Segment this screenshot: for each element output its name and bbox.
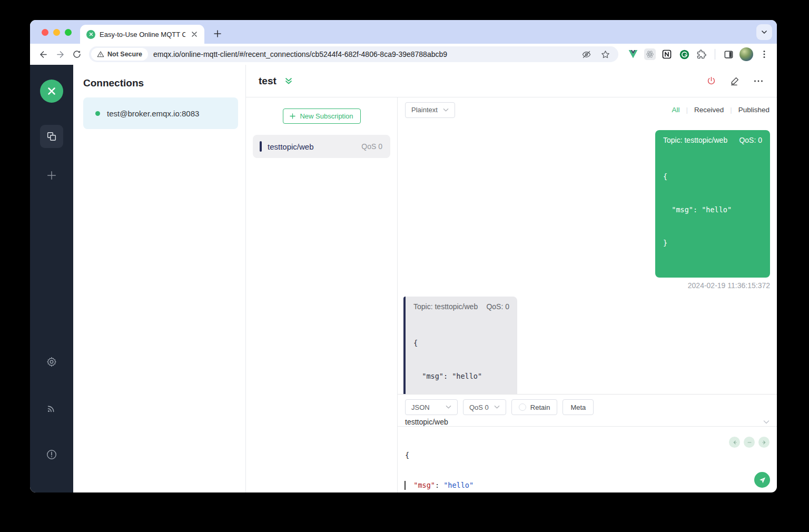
chevron-down-icon [446,405,451,409]
security-chip[interactable]: Not Secure [91,48,148,61]
publish-topic-input[interactable]: testtopic/web [398,418,777,427]
plus-icon [290,113,295,119]
new-tab-button[interactable] [211,27,224,41]
retain-radio-icon[interactable] [519,403,526,411]
tab-published[interactable]: Published [738,106,769,114]
publish-controls: JSON QoS 0 Retain [398,395,777,415]
text-cursor [404,481,406,490]
messages-column: Plaintext All | Received | Published [398,97,777,492]
edit-pencil-icon[interactable] [729,75,741,87]
message-filter-tabs: All | Received | Published [672,106,769,114]
payload-format-select[interactable]: Plaintext [405,102,455,118]
message-topic: Topic: testtopic/web [663,136,727,144]
payload-line: "msg": "hello" [663,204,762,215]
subscriptions-column: New Subscription testtopic/web QoS 0 [246,97,398,492]
connection-list-item[interactable]: test@broker.emqx.io:8083 [83,97,238,129]
payload-line: { [663,171,762,182]
payload-line: { [413,338,509,349]
json-key: "msg" [413,481,435,489]
forward-icon[interactable] [52,46,68,62]
tab-close-icon[interactable] [190,29,199,39]
mqttx-app: Connections test@broker.emqx.io:8083 tes… [30,65,777,492]
zoom-window-button[interactable] [65,29,72,36]
url-bar[interactable]: Not Secure emqx.io/online-mqtt-client/#/… [89,46,618,62]
meta-button[interactable]: Meta [563,399,594,415]
tab-separator: | [686,106,688,114]
message-qos: QoS: 0 [486,302,509,311]
reload-icon[interactable] [69,46,85,62]
connections-title: Connections [83,77,238,89]
browser-toolbar: Not Secure emqx.io/online-mqtt-client/#/… [30,44,777,65]
tab-separator: | [730,106,732,114]
subscription-color-bar [260,141,262,152]
bookmark-star-icon[interactable] [597,46,613,62]
subscription-item[interactable]: testtopic/web QoS 0 [253,135,390,158]
message-topic: Topic: testtopic/web [413,302,478,311]
disconnect-power-icon[interactable] [705,75,717,87]
toolbar-separator [715,49,715,60]
mqttx-favicon-icon [86,30,95,39]
publish-format-select[interactable]: JSON [405,399,458,415]
collapse-double-chevron-icon[interactable] [284,76,293,86]
desktop-background: Easy-to-Use Online MQTT Cli [0,0,809,532]
tab-received[interactable]: Received [694,106,724,114]
published-message-bubble[interactable]: Topic: testtopic/web QoS: 0 { "msg": "he… [655,130,770,278]
browser-tab[interactable]: Easy-to-Use Online MQTT Cli [80,25,204,44]
chevron-down-icon [763,420,769,425]
subscription-topic: testtopic/web [268,142,314,151]
connected-status-dot [95,111,100,116]
rail-settings-gear-icon[interactable] [40,350,63,373]
json-value: "hello" [443,481,473,489]
editor-history-nav [729,437,769,448]
tab-search-button[interactable] [756,24,772,40]
chevron-down-icon [443,108,449,112]
rail-broker-feed-icon[interactable] [40,397,63,420]
rail-new-connection-icon[interactable] [40,164,63,187]
close-window-button[interactable] [42,29,48,36]
history-prev-icon[interactable] [729,437,740,448]
rail-about-info-icon[interactable] [40,443,63,466]
new-subscription-label: New Subscription [300,112,353,120]
profile-avatar[interactable] [739,47,753,61]
payload-editor[interactable]: { "msg": "hello" } [398,427,777,492]
publish-qos-select[interactable]: QoS 0 [463,399,506,415]
message-timestamp: 2024-02-19 11:36:15:372 [688,281,770,290]
browser-menu-kebab-icon[interactable] [758,48,771,61]
vue-devtools-icon[interactable] [627,48,639,61]
received-message-bubble[interactable]: Topic: testtopic/web QoS: 0 { "msg": "he… [403,297,517,394]
extensions-puzzle-icon[interactable] [695,48,708,61]
more-ellipsis-icon[interactable] [753,75,764,87]
received-message: Topic: testtopic/web QoS: 0 { "msg": "he… [403,297,517,394]
payload-line: } [663,238,762,249]
notion-icon[interactable] [660,48,673,61]
mqttx-logo-icon [40,80,63,103]
new-subscription-button[interactable]: New Subscription [283,109,361,124]
browser-tabstrip: Easy-to-Use Online MQTT Cli [30,20,777,44]
send-message-button[interactable] [754,472,770,488]
editor-line: { [405,450,777,460]
payload-format-value: Plaintext [411,106,438,114]
messages-toolbar: Plaintext All | Received | Published [398,97,777,122]
history-clear-minus-icon[interactable] [744,437,755,448]
history-next-icon[interactable] [758,437,769,448]
warning-icon [97,51,104,58]
publish-format-value: JSON [411,403,430,411]
eye-off-icon[interactable] [578,46,594,62]
back-icon[interactable] [35,46,51,62]
retain-toggle[interactable]: Retain [511,399,558,415]
react-devtools-icon[interactable] [644,48,656,60]
meta-label: Meta [570,403,586,411]
message-list[interactable]: Topic: testtopic/web QoS: 0 { "msg": "he… [398,122,777,394]
tab-title: Easy-to-Use Online MQTT Cli [100,31,185,38]
subscription-qos: QoS 0 [361,142,382,151]
publish-qos-value: QoS 0 [469,403,489,411]
grammarly-icon[interactable] [678,48,690,61]
connection-name: test [259,75,277,87]
publish-panel: JSON QoS 0 Retain [398,394,777,492]
payload-line: "msg": "hello" [413,371,509,382]
rail-connections-icon[interactable] [40,125,63,148]
side-panel-icon[interactable] [722,48,735,61]
tab-all[interactable]: All [672,106,679,114]
url-text[interactable]: emqx.io/online-mqtt-client/#/recent_conn… [153,50,578,58]
minimize-window-button[interactable] [53,29,60,36]
